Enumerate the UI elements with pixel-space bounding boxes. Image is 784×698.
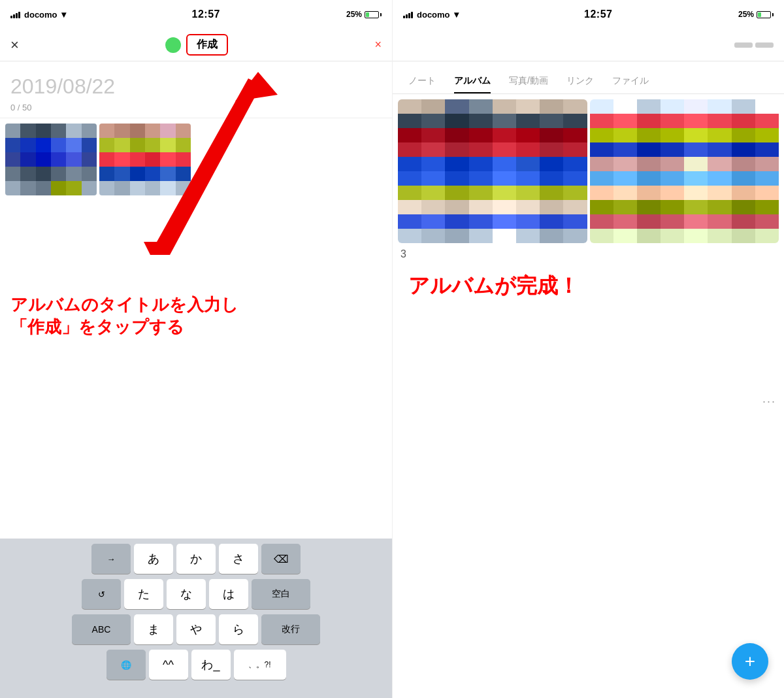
key-punct[interactable]: 、。?! xyxy=(234,650,286,680)
key-ya[interactable]: や xyxy=(176,614,216,644)
keyboard-row-2: ↺ た な は 空白 xyxy=(3,579,389,609)
tab-links[interactable]: リンク xyxy=(557,69,603,93)
battery-fill-right xyxy=(758,12,761,17)
key-a[interactable]: あ xyxy=(134,544,173,574)
battery-pct-right: 25% xyxy=(738,10,754,19)
tab-files[interactable]: ファイル xyxy=(603,69,658,93)
tab-note[interactable]: ノート xyxy=(399,69,445,93)
key-abc[interactable]: ABC xyxy=(72,614,131,644)
key-globe[interactable]: 🌐 xyxy=(106,650,146,680)
keyboard-row-3: ABC ま や ら 改行 xyxy=(3,614,389,644)
signal-bar-3 xyxy=(16,13,18,18)
key-ta[interactable]: た xyxy=(124,579,163,609)
nav-right-area: × xyxy=(374,38,382,52)
status-bar-right: docomo ▾ 12:57 25% xyxy=(393,0,784,29)
battery-area-right: 25% xyxy=(738,10,774,19)
key-ma[interactable]: ま xyxy=(134,614,173,644)
carrier-name-left: docomo xyxy=(24,10,57,20)
signal-bars-right xyxy=(403,10,413,18)
battery-fill-left xyxy=(366,12,369,17)
annotation-overlay-left: アルバムのタイトルを入力し「作成」をタップする xyxy=(0,294,392,339)
char-count: 0 / 50 xyxy=(10,103,382,112)
photo-thumb-1 xyxy=(5,124,97,195)
album-photo-2[interactable] xyxy=(590,99,779,243)
battery-icon-right xyxy=(757,11,774,18)
keyboard-row-1: → あ か さ ⌫ xyxy=(3,544,389,574)
nav-dot-2 xyxy=(755,42,774,48)
album-count: 3 xyxy=(400,248,776,260)
left-panel: docomo ▾ 12:57 25% × 作成 × 2019/08/22 xyxy=(0,0,392,698)
battery-tip-right xyxy=(772,13,774,16)
date-area[interactable]: 2019/08/22 0 / 50 xyxy=(0,61,392,118)
battery-pct-left: 25% xyxy=(346,10,362,19)
carrier-name-right: docomo xyxy=(417,10,450,20)
nav-left-area: × xyxy=(10,38,19,52)
x-close-button[interactable]: × xyxy=(374,38,382,52)
tab-photos[interactable]: 写真/動画 xyxy=(500,69,557,93)
nav-dots xyxy=(734,42,774,48)
album-content: 3 ··· アルバムが完成！ xyxy=(393,94,784,698)
fab-button[interactable]: + xyxy=(732,643,768,680)
tabs-bar: ノート アルバム 写真/動画 リンク ファイル xyxy=(393,61,784,94)
time-left: 12:57 xyxy=(192,8,220,20)
green-dot xyxy=(165,37,181,53)
key-na[interactable]: な xyxy=(167,579,206,609)
battery-icon-left xyxy=(365,11,382,18)
signal-bar-2 xyxy=(13,14,15,18)
nav-dot-1 xyxy=(734,42,753,48)
key-delete[interactable]: ⌫ xyxy=(261,544,301,574)
battery-tip-left xyxy=(380,13,382,16)
key-sa[interactable]: さ xyxy=(219,544,258,574)
key-caret[interactable]: ^^ xyxy=(149,650,188,680)
create-button[interactable]: 作成 xyxy=(186,34,228,56)
status-bar-left: docomo ▾ 12:57 25% xyxy=(0,0,392,29)
wifi-icon-left: ▾ xyxy=(61,9,66,20)
wifi-icon-right: ▾ xyxy=(454,9,459,20)
pixel-grid-1 xyxy=(5,124,97,195)
album-grid xyxy=(398,99,779,243)
pixel-block-2 xyxy=(590,99,779,243)
status-carrier-left: docomo ▾ xyxy=(10,9,66,20)
right-panel: docomo ▾ 12:57 25% ノート アルバム 写真/動画 リンク ファ… xyxy=(392,0,784,698)
key-arrow[interactable]: → xyxy=(91,544,131,574)
nav-bar-left: × 作成 × xyxy=(0,29,392,61)
album-more-dots[interactable]: ··· xyxy=(762,395,776,408)
key-ka[interactable]: か xyxy=(176,544,216,574)
date-placeholder: 2019/08/22 xyxy=(10,75,382,99)
pixel-block-1 xyxy=(398,99,587,243)
signal-bar-r1 xyxy=(403,16,405,18)
signal-bar-1 xyxy=(10,16,12,18)
signal-bars-left xyxy=(10,10,20,18)
battery-body-left xyxy=(365,11,379,18)
close-button[interactable]: × xyxy=(10,38,19,52)
key-ha[interactable]: は xyxy=(209,579,248,609)
battery-area-left: 25% xyxy=(346,10,382,19)
key-wa[interactable]: わ_ xyxy=(191,650,231,680)
key-return[interactable]: 改行 xyxy=(261,614,320,644)
keyboard-row-4: 🌐 ^^ わ_ 、。?! xyxy=(3,650,389,680)
nav-center-area: 作成 xyxy=(165,34,228,56)
fab-plus-icon: + xyxy=(745,652,755,671)
annotation-text-right: アルバムが完成！ xyxy=(408,273,768,298)
right-annotation: アルバムが完成！ xyxy=(398,263,779,308)
signal-bar-4 xyxy=(18,12,20,18)
keyboard: → あ か さ ⌫ ↺ た な は 空白 ABC ま や ら 改行 🌐 ^^ わ… xyxy=(0,539,392,698)
pixel-grid-2 xyxy=(99,124,191,195)
time-right: 12:57 xyxy=(584,8,612,20)
annotation-text-left: アルバムのタイトルを入力し「作成」をタップする xyxy=(10,294,382,339)
key-undo[interactable]: ↺ xyxy=(82,579,121,609)
signal-bar-r3 xyxy=(408,13,410,18)
key-ra[interactable]: ら xyxy=(219,614,258,644)
signal-bar-r2 xyxy=(406,14,408,18)
photo-thumb-2 xyxy=(99,124,191,195)
tab-album[interactable]: アルバム xyxy=(445,69,500,93)
right-nav-bar xyxy=(393,29,784,61)
album-photo-1[interactable] xyxy=(398,99,587,243)
battery-body-right xyxy=(757,11,771,18)
signal-bar-r4 xyxy=(411,12,413,18)
status-carrier-right: docomo ▾ xyxy=(403,9,459,20)
key-space[interactable]: 空白 xyxy=(252,579,310,609)
